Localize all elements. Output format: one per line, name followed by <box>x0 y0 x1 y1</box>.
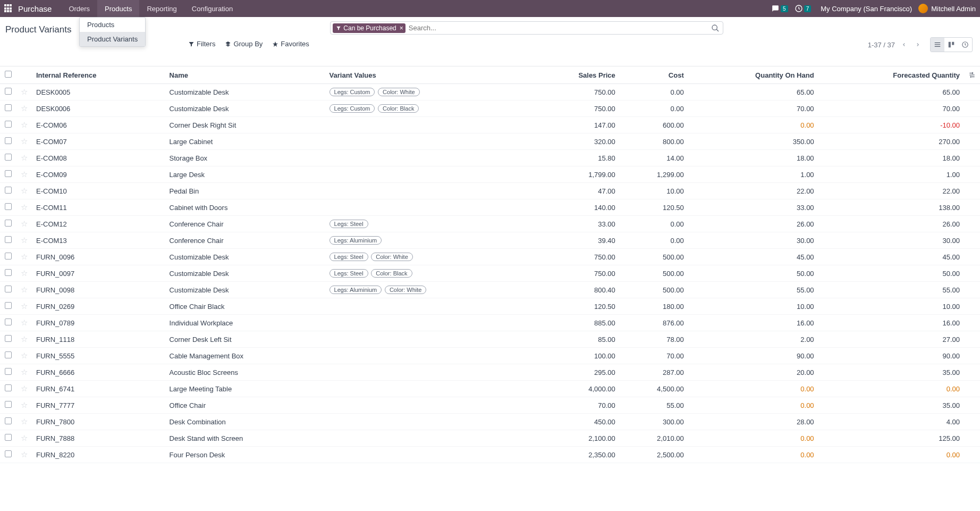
col-variant-values[interactable]: Variant Values <box>325 66 532 84</box>
table-row[interactable]: ☆FURN_1118Corner Desk Left Sit85.0078.00… <box>0 331 980 348</box>
row-checkbox[interactable] <box>5 434 12 441</box>
row-checkbox[interactable] <box>5 203 12 210</box>
table-row[interactable]: ☆DESK0006Customizable DeskLegs: Custom C… <box>0 100 980 117</box>
view-kanban[interactable] <box>944 38 958 52</box>
nav-reporting[interactable]: Reporting <box>139 0 184 17</box>
dropdown-item-products[interactable]: Products <box>80 18 145 32</box>
table-row[interactable]: ☆E-COM09Large Desk1,799.001,299.001.001.… <box>0 166 980 183</box>
table-row[interactable]: ☆DESK0005Customizable DeskLegs: Custom C… <box>0 84 980 100</box>
pager-prev[interactable] <box>899 41 909 48</box>
row-checkbox[interactable] <box>5 401 12 408</box>
favorite-star[interactable]: ☆ <box>21 450 28 459</box>
table-row[interactable]: ☆FURN_7777Office Chair70.0055.000.0035.0… <box>0 397 980 414</box>
filters-button[interactable]: Filters <box>188 40 215 48</box>
row-checkbox[interactable] <box>5 319 12 325</box>
favorite-star[interactable]: ☆ <box>21 417 28 426</box>
row-checkbox[interactable] <box>5 384 12 391</box>
optional-columns-button[interactable] <box>968 71 976 79</box>
row-checkbox[interactable] <box>5 88 12 95</box>
view-list[interactable] <box>931 38 944 52</box>
favorite-star[interactable]: ☆ <box>21 351 28 360</box>
app-name[interactable]: Purchase <box>18 4 52 13</box>
table-row[interactable]: ☆FURN_0789Individual Workplace885.00876.… <box>0 315 980 331</box>
row-checkbox[interactable] <box>5 187 12 194</box>
row-checkbox[interactable] <box>5 236 12 243</box>
groupby-button[interactable]: Group By <box>225 40 263 48</box>
favorite-star[interactable]: ☆ <box>21 318 28 327</box>
col-qty-on-hand[interactable]: Quantity On Hand <box>688 66 818 84</box>
row-checkbox[interactable] <box>5 170 12 177</box>
col-internal-reference[interactable]: Internal Reference <box>32 66 165 84</box>
row-checkbox[interactable] <box>5 104 12 111</box>
row-checkbox[interactable] <box>5 220 12 227</box>
favorite-star[interactable]: ☆ <box>21 104 28 113</box>
company-selector[interactable]: My Company (San Francisco) <box>821 5 912 13</box>
table-row[interactable]: ☆E-COM08Storage Box15.8014.0018.0018.00 <box>0 150 980 166</box>
favorite-star[interactable]: ☆ <box>21 252 28 261</box>
favorite-star[interactable]: ☆ <box>21 301 28 311</box>
col-sales-price[interactable]: Sales Price <box>531 66 619 84</box>
search-facet[interactable]: Can be Purchased × <box>333 23 405 33</box>
favorite-star[interactable]: ☆ <box>21 334 28 344</box>
view-activity[interactable] <box>958 38 972 52</box>
table-row[interactable]: ☆FURN_0096Customizable DeskLegs: Steel C… <box>0 249 980 265</box>
favorite-star[interactable]: ☆ <box>21 285 28 294</box>
activities-button[interactable]: 7 <box>795 4 812 13</box>
favorite-star[interactable]: ☆ <box>21 170 28 179</box>
table-row[interactable]: ☆FURN_0269Office Chair Black120.50180.00… <box>0 298 980 315</box>
nav-orders[interactable]: Orders <box>61 0 97 17</box>
pager-range[interactable]: 1-37 / 37 <box>868 41 895 49</box>
table-row[interactable]: ☆FURN_7888Desk Stand with Screen2,100.00… <box>0 430 980 447</box>
table-row[interactable]: ☆E-COM13Conference ChairLegs: Aluminium3… <box>0 232 980 249</box>
row-checkbox[interactable] <box>5 351 12 358</box>
favorite-star[interactable]: ☆ <box>21 384 28 393</box>
nav-configuration[interactable]: Configuration <box>184 0 240 17</box>
col-forecasted[interactable]: Forecasted Quantity <box>818 66 964 84</box>
row-checkbox[interactable] <box>5 121 12 128</box>
row-checkbox[interactable] <box>5 286 12 292</box>
row-checkbox[interactable] <box>5 335 12 342</box>
table-row[interactable]: ☆FURN_6666Acoustic Bloc Screens295.00287… <box>0 364 980 381</box>
nav-products[interactable]: Products <box>97 0 139 17</box>
table-row[interactable]: ☆FURN_8220Four Person Desk2,350.002,500.… <box>0 447 980 463</box>
favorite-star[interactable]: ☆ <box>21 433 28 442</box>
row-checkbox[interactable] <box>5 269 12 276</box>
select-all-checkbox[interactable] <box>5 71 12 78</box>
row-checkbox[interactable] <box>5 302 12 309</box>
search-button[interactable] <box>711 24 721 32</box>
favorite-star[interactable]: ☆ <box>21 153 28 162</box>
favorite-star[interactable]: ☆ <box>21 269 28 278</box>
col-cost[interactable]: Cost <box>620 66 688 84</box>
apps-icon[interactable] <box>4 4 13 13</box>
row-checkbox[interactable] <box>5 417 12 424</box>
favorite-star[interactable]: ☆ <box>21 186 28 195</box>
messages-button[interactable]: 5 <box>771 5 788 12</box>
favorite-star[interactable]: ☆ <box>21 137 28 146</box>
table-row[interactable]: ☆E-COM10Pedal Bin47.0010.0022.0022.00 <box>0 183 980 199</box>
favorite-star[interactable]: ☆ <box>21 203 28 212</box>
table-row[interactable]: ☆FURN_7800Desk Combination450.00300.0028… <box>0 414 980 430</box>
favorite-star[interactable]: ☆ <box>21 87 28 96</box>
row-checkbox[interactable] <box>5 253 12 259</box>
dropdown-item-product-variants[interactable]: Product Variants <box>80 32 145 46</box>
table-row[interactable]: ☆FURN_5555Cable Management Box100.0070.0… <box>0 348 980 364</box>
row-checkbox[interactable] <box>5 450 12 457</box>
table-row[interactable]: ☆FURN_0098Customizable DeskLegs: Alumini… <box>0 282 980 298</box>
favorite-star[interactable]: ☆ <box>21 400 28 409</box>
favorite-star[interactable]: ☆ <box>21 367 28 376</box>
favorite-star[interactable]: ☆ <box>21 120 28 129</box>
search-box[interactable]: Can be Purchased × <box>330 21 723 35</box>
favorites-button[interactable]: Favorites <box>272 40 309 48</box>
facet-remove[interactable]: × <box>400 24 403 32</box>
table-row[interactable]: ☆FURN_6741Large Meeting Table4,000.004,5… <box>0 381 980 397</box>
favorite-star[interactable]: ☆ <box>21 236 28 245</box>
col-name[interactable]: Name <box>165 66 325 84</box>
table-row[interactable]: ☆E-COM11Cabinet with Doors140.00120.5033… <box>0 199 980 216</box>
search-input[interactable] <box>405 23 712 33</box>
row-checkbox[interactable] <box>5 154 12 161</box>
user-menu[interactable]: Mitchell Admin <box>918 4 976 13</box>
table-row[interactable]: ☆FURN_0097Customizable DeskLegs: Steel C… <box>0 265 980 282</box>
row-checkbox[interactable] <box>5 368 12 375</box>
table-row[interactable]: ☆E-COM06Corner Desk Right Sit147.00600.0… <box>0 117 980 133</box>
favorite-star[interactable]: ☆ <box>21 219 28 228</box>
